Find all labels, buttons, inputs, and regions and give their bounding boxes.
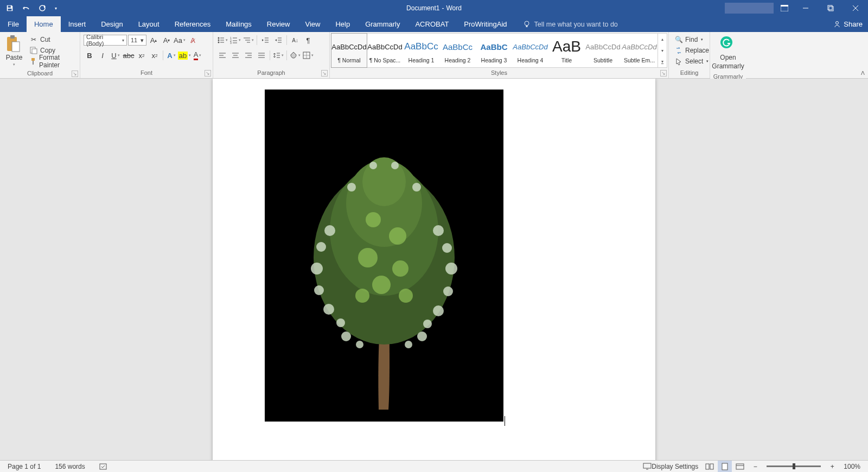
minimize-button[interactable]	[793, 0, 818, 16]
font-size-combo[interactable]: 11▾	[128, 35, 146, 46]
svg-rect-97	[722, 463, 727, 470]
align-center-button[interactable]	[229, 49, 241, 61]
close-button[interactable]	[843, 0, 868, 16]
svg-point-10	[525, 21, 529, 25]
zoom-slider[interactable]	[767, 465, 821, 467]
read-mode-button[interactable]	[703, 461, 717, 473]
line-spacing-button[interactable]	[272, 49, 284, 61]
tell-me-search[interactable]: Tell me what you want to do	[517, 16, 623, 32]
style-subtitle[interactable]: AaBbCcDdSubtitle	[585, 34, 621, 67]
style-heading-3[interactable]: AaBbCHeading 3	[476, 34, 512, 67]
tab-layout[interactable]: Layout	[131, 16, 167, 32]
justify-button[interactable]	[256, 49, 267, 61]
style-heading-4[interactable]: AaBbCcDdHeading 4	[512, 34, 548, 67]
word-count[interactable]: 156 words	[52, 461, 88, 473]
text-effects-button[interactable]: A	[165, 49, 177, 61]
page-1[interactable]	[213, 79, 655, 460]
show-marks-button[interactable]: ¶	[302, 34, 314, 46]
print-layout-button[interactable]	[718, 461, 732, 473]
font-color-button[interactable]: A	[192, 49, 203, 61]
borders-button[interactable]	[302, 49, 314, 61]
grow-font-button[interactable]: A▴	[148, 34, 159, 46]
tab-review[interactable]: Review	[259, 16, 298, 32]
styles-scroll-up[interactable]: ▴	[658, 34, 667, 45]
styles-dialog-launcher[interactable]: ↘	[660, 70, 667, 76]
styles-expand[interactable]: ▾̲	[658, 56, 667, 67]
tab-prowritingaid[interactable]: ProWritingAid	[456, 16, 514, 32]
cut-button[interactable]: ✂ Cut	[27, 34, 76, 45]
clear-formatting-button[interactable]: A̷	[187, 34, 199, 46]
bold-button[interactable]: B	[84, 49, 95, 61]
spell-check-status[interactable]	[96, 461, 111, 473]
share-button[interactable]: Share	[833, 16, 863, 32]
tab-insert[interactable]: Insert	[61, 16, 94, 32]
style-title[interactable]: AaBTitle	[548, 34, 585, 67]
tab-view[interactable]: View	[297, 16, 328, 32]
italic-button[interactable]: I	[97, 49, 108, 61]
svg-rect-6	[828, 5, 832, 10]
tab-acrobat[interactable]: ACROBAT	[407, 16, 456, 32]
align-right-button[interactable]	[242, 49, 254, 61]
multilevel-list-button[interactable]	[242, 34, 254, 46]
paragraph-dialog-launcher[interactable]: ↘	[321, 70, 328, 76]
style-subtle-em---[interactable]: AaBbCcDdSubtle Em...	[621, 34, 658, 67]
zoom-slider-thumb[interactable]	[793, 463, 795, 469]
tab-file[interactable]: File	[0, 16, 27, 32]
shading-button[interactable]	[289, 49, 301, 61]
format-painter-button[interactable]: Format Painter	[27, 56, 76, 67]
tab-home[interactable]: Home	[27, 16, 61, 32]
tab-references[interactable]: References	[167, 16, 218, 32]
numbering-button[interactable]: 123	[229, 34, 241, 46]
style-heading-1[interactable]: AaBbCcHeading 1	[403, 34, 439, 67]
font-dialog-launcher[interactable]: ↘	[205, 70, 211, 76]
underline-button[interactable]: U	[110, 49, 122, 61]
collapse-ribbon-button[interactable]: ᐱ	[861, 70, 865, 76]
save-button[interactable]	[2, 1, 17, 16]
style-heading-2[interactable]: AaBbCcHeading 2	[439, 34, 476, 67]
replace-button[interactable]: Replace	[672, 45, 711, 56]
zoom-level[interactable]: 100%	[840, 461, 864, 473]
tab-grammarly[interactable]: Grammarly	[358, 16, 407, 32]
redo-button[interactable]	[35, 1, 50, 16]
align-left-button[interactable]	[216, 49, 228, 61]
select-button[interactable]: Select ▾	[672, 56, 711, 67]
tab-mailings[interactable]: Mailings	[218, 16, 259, 32]
web-layout-button[interactable]	[733, 461, 747, 473]
shrink-font-button[interactable]: A▾	[161, 34, 173, 46]
qat-customize-button[interactable]: ▾	[51, 1, 61, 16]
style---normal[interactable]: AaBbCcDd¶ Normal	[331, 33, 367, 68]
tab-design[interactable]: Design	[93, 16, 130, 32]
zoom-in-button[interactable]: +	[825, 461, 839, 473]
paste-button[interactable]: Paste ▾	[3, 34, 25, 68]
cursor-icon	[674, 57, 683, 66]
find-button[interactable]: 🔍 Find ▾	[672, 34, 705, 45]
bullets-button[interactable]	[216, 34, 228, 46]
zoom-out-button[interactable]: −	[748, 461, 762, 473]
tab-help[interactable]: Help	[328, 16, 358, 32]
undo-button[interactable]	[18, 1, 34, 16]
svg-rect-11	[526, 25, 527, 27]
increase-indent-button[interactable]	[272, 34, 284, 46]
copy-label: Copy	[40, 47, 55, 54]
page-count[interactable]: Page 1 of 1	[4, 461, 44, 473]
subscript-button[interactable]: x2	[136, 49, 148, 61]
display-settings-button[interactable]: Display Settings	[640, 461, 701, 473]
document-workspace[interactable]	[0, 79, 868, 460]
strikethrough-button[interactable]: abc	[123, 49, 135, 61]
maximize-button[interactable]	[818, 0, 843, 16]
decrease-indent-button[interactable]	[259, 34, 271, 46]
sort-button[interactable]: A↓	[289, 34, 301, 46]
style---no-spac---[interactable]: AaBbCcDd¶ No Spac...	[367, 34, 403, 67]
styles-scroll-down[interactable]: ▾	[658, 45, 667, 56]
open-grammarly-button[interactable]: Open Grammarly	[710, 34, 746, 71]
svg-point-67	[311, 263, 323, 275]
inserted-image[interactable]	[265, 90, 503, 422]
account-indicator[interactable]	[725, 3, 774, 14]
highlight-button[interactable]: ab	[178, 49, 190, 61]
ribbon-display-options-button[interactable]	[778, 2, 791, 15]
style-preview: AaBbCcDd	[622, 37, 656, 56]
font-name-combo[interactable]: Calibri (Body)▾	[84, 35, 127, 46]
superscript-button[interactable]: x2	[149, 49, 161, 61]
clipboard-dialog-launcher[interactable]: ↘	[72, 71, 78, 77]
change-case-button[interactable]: Aa	[174, 34, 186, 46]
